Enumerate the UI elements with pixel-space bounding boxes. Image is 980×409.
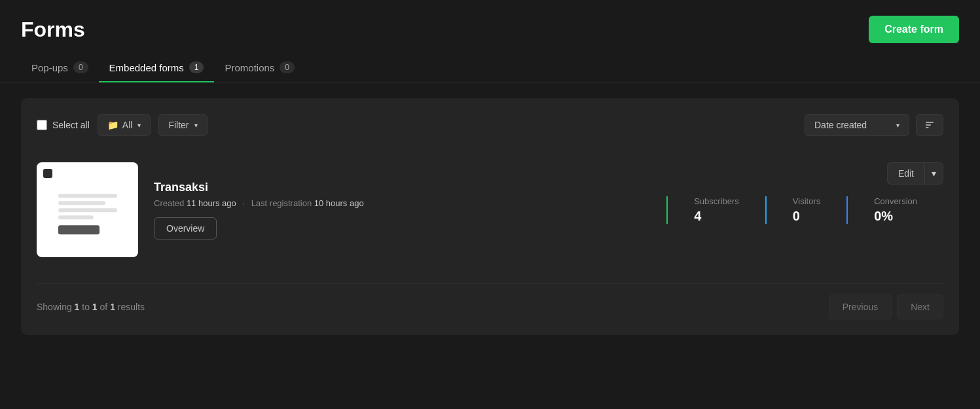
date-sort-label: Date created [814, 120, 867, 130]
form-meta: Created 11 hours ago · Last registration… [154, 198, 651, 208]
created-time: 11 hours ago [187, 198, 236, 208]
pagination-total: 1 [110, 302, 115, 312]
stat-conversion: Conversion 0% [846, 196, 943, 224]
last-reg-label: Last registration [251, 198, 314, 208]
thumbnail-lines [58, 194, 117, 234]
thumb-button [58, 225, 100, 234]
tab-popups-badge: 0 [73, 62, 88, 73]
stat-conversion-label: Conversion [874, 196, 917, 206]
select-all-wrapper: Select all [37, 120, 90, 130]
tabs-bar: Pop-ups 0 Embedded forms 1 Promotions 0 [0, 54, 980, 82]
pagination-to: 1 [92, 302, 98, 312]
folder-icon: 📁 [107, 120, 118, 130]
next-button[interactable]: Next [897, 294, 943, 319]
edit-dropdown-button[interactable]: ▾ [924, 162, 943, 185]
of-text: of [98, 302, 110, 312]
stat-visitors: Visitors 0 [765, 196, 846, 224]
tab-popups-label: Pop-ups [31, 62, 68, 73]
stat-conversion-value: 0% [874, 209, 917, 224]
svg-rect-2 [926, 127, 929, 128]
thumb-line-3 [58, 208, 117, 212]
tab-embedded-label: Embedded forms [109, 62, 184, 73]
form-list-item: Transaksi Created 11 hours ago · Last re… [37, 152, 943, 268]
tab-promotions-badge: 0 [280, 62, 295, 73]
last-reg-time: 10 hours ago [314, 198, 364, 208]
form-name: Transaksi [154, 181, 651, 194]
pagination-info: Showing 1 to 1 of 1 results [37, 302, 145, 312]
chevron-down-icon: ▾ [137, 122, 141, 129]
stat-subscribers: Subscribers 4 [666, 196, 765, 224]
toolbar-left: Select all 📁 All ▾ Filter ▾ [37, 114, 208, 136]
thumbnail-inner [37, 162, 138, 257]
tab-promotions[interactable]: Promotions 0 [214, 54, 305, 82]
main-content: Select all 📁 All ▾ Filter ▾ Date created… [0, 82, 980, 351]
date-sort-dropdown[interactable]: Date created ▾ [805, 114, 909, 136]
folder-label: All [122, 120, 133, 130]
tab-embedded-forms[interactable]: Embedded forms 1 [99, 54, 215, 82]
filter-dropdown[interactable]: Filter ▾ [158, 114, 207, 136]
thumb-line-4 [58, 215, 94, 219]
filter-label: Filter [168, 120, 189, 130]
stat-visitors-value: 0 [793, 209, 820, 224]
page-title: Forms [21, 18, 85, 42]
select-all-checkbox[interactable] [37, 120, 47, 130]
pagination-buttons: Previous Next [829, 294, 943, 319]
page-header: Forms Create form [0, 0, 980, 54]
form-stats: Subscribers 4 Visitors 0 Conversion 0% [666, 196, 943, 224]
folder-dropdown[interactable]: 📁 All ▾ [98, 114, 151, 136]
sort-lines-icon [924, 120, 935, 130]
tab-promotions-label: Promotions [225, 62, 274, 73]
form-thumbnail [37, 162, 138, 257]
stat-visitors-label: Visitors [793, 196, 820, 206]
edit-btn-group: Edit ▾ [887, 162, 943, 185]
content-card: Select all 📁 All ▾ Filter ▾ Date created… [21, 98, 959, 335]
sort-icon-button[interactable] [916, 114, 943, 136]
pagination-row: Showing 1 to 1 of 1 results Previous Nex… [37, 283, 943, 319]
meta-separator: · [240, 198, 247, 208]
svg-rect-0 [926, 122, 934, 122]
stat-subscribers-value: 4 [694, 209, 739, 224]
thumb-line-1 [58, 194, 117, 198]
toolbar-right: Date created ▾ [805, 114, 943, 136]
edit-dropdown-chevron-icon: ▾ [932, 168, 936, 179]
to-text: to [79, 302, 92, 312]
date-sort-chevron-icon: ▾ [896, 122, 899, 129]
edit-button[interactable]: Edit [887, 162, 924, 185]
previous-button[interactable]: Previous [829, 294, 892, 319]
svg-rect-1 [926, 124, 931, 125]
thumb-line-2 [58, 201, 105, 205]
filter-chevron-icon: ▾ [194, 122, 198, 129]
tab-embedded-badge: 1 [189, 62, 204, 73]
created-label: Created [154, 198, 187, 208]
overview-button[interactable]: Overview [154, 217, 217, 240]
form-info: Transaksi Created 11 hours ago · Last re… [154, 181, 651, 240]
tab-popups[interactable]: Pop-ups 0 [21, 54, 99, 82]
stat-subscribers-label: Subscribers [694, 196, 739, 206]
thumbnail-dot [43, 169, 52, 178]
create-form-button[interactable]: Create form [869, 16, 959, 43]
showing-prefix: Showing [37, 302, 75, 312]
toolbar: Select all 📁 All ▾ Filter ▾ Date created… [37, 114, 943, 136]
select-all-label[interactable]: Select all [52, 120, 90, 130]
results-suffix: results [115, 302, 145, 312]
